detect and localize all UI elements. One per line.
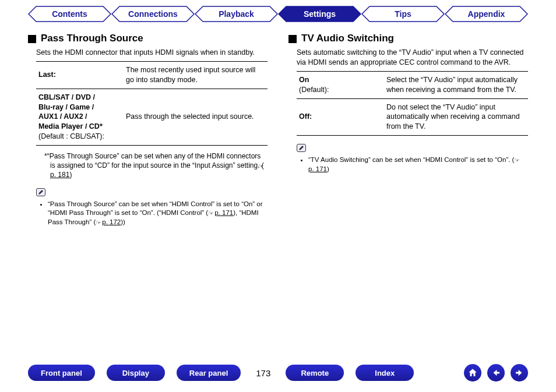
option-key-sub: (Default): xyxy=(299,86,329,94)
option-key: On (Default): xyxy=(297,71,384,98)
hand-pointer-icon: ☞ xyxy=(208,209,214,218)
list-item: “TV Audio Switching” can be set when “HD… xyxy=(308,156,528,174)
footnote-text: “Pass Through Source” can be set when an… xyxy=(47,152,264,169)
square-bullet-icon xyxy=(288,35,297,43)
table-row: CBL/SAT / DVD / Blu-ray / Game / AUX1 / … xyxy=(36,89,268,145)
option-key-text: On xyxy=(299,76,309,84)
section-intro: Sets the HDMI connector that inputs HDMI… xyxy=(36,48,268,58)
bullet-text: “TV Audio Switching” can be set when “HD… xyxy=(308,156,514,163)
button-label: Front panel xyxy=(41,369,82,377)
next-page-button[interactable] xyxy=(511,364,528,382)
page-link[interactable]: p. 172 xyxy=(102,218,121,225)
page-link[interactable]: p. 181 xyxy=(50,171,69,179)
bullet-text: )) xyxy=(121,218,125,225)
home-button[interactable] xyxy=(464,364,481,382)
button-label: Display xyxy=(122,369,149,377)
tab-playback[interactable]: Playback xyxy=(195,6,278,22)
options-table-right: On (Default): Select the “TV Audio” inpu… xyxy=(297,71,528,136)
tab-label: Connections xyxy=(128,9,178,19)
note-icon xyxy=(297,144,306,152)
front-panel-button[interactable]: Front panel xyxy=(28,365,95,381)
button-label: Remote xyxy=(301,369,329,377)
options-table-left: Last: The most recently used input sourc… xyxy=(36,61,268,146)
right-column: TV Audio Switching Sets automatic switch… xyxy=(288,33,528,228)
footnote-text-end: ) xyxy=(69,171,72,179)
section-intro: Sets automatic switching to the “TV Audi… xyxy=(297,48,528,68)
option-key-text: Off: xyxy=(299,112,312,121)
section-title-pass-through: Pass Through Source xyxy=(28,33,268,44)
content-area: Pass Through Source Sets the HDMI connec… xyxy=(0,29,556,228)
tab-label: Settings xyxy=(304,9,336,19)
option-desc: Do not select the “TV Audio” input autom… xyxy=(384,98,528,136)
section-title-text: Pass Through Source xyxy=(41,33,143,44)
hand-pointer-icon: ☞ xyxy=(96,218,101,227)
tab-label: Contents xyxy=(52,9,87,19)
option-desc: The most recently used input source will… xyxy=(124,61,268,89)
tab-appendix[interactable]: Appendix xyxy=(445,6,528,22)
option-key-text: CBL/SAT / DVD / Blu-ray / Game / AUX1 / … xyxy=(38,93,103,131)
note-icon xyxy=(36,188,45,196)
page-link[interactable]: p. 171 xyxy=(308,165,327,172)
square-bullet-icon xyxy=(28,35,36,43)
note-bullets-right: “TV Audio Switching” can be set when “HD… xyxy=(299,156,528,174)
option-desc: Select the “TV Audio” input automaticall… xyxy=(384,71,528,98)
left-column: Pass Through Source Sets the HDMI connec… xyxy=(28,33,268,228)
list-item: “Pass Through Source” can be set when “H… xyxy=(48,200,268,227)
option-key: CBL/SAT / DVD / Blu-ray / Game / AUX1 / … xyxy=(36,89,124,145)
index-button[interactable]: Index xyxy=(356,365,414,381)
footnote-star: *“Pass Through Source” can be set when a… xyxy=(36,151,268,180)
footer-bar: Front panel Display Rear panel 173 Remot… xyxy=(0,364,556,382)
option-key-sub: (Default : CBL/SAT): xyxy=(38,132,104,140)
tab-tips[interactable]: Tips xyxy=(361,6,445,22)
tab-label: Tips xyxy=(395,9,411,19)
section-title-text: TV Audio Switching xyxy=(301,33,394,44)
section-title-tv-audio: TV Audio Switching xyxy=(288,33,528,44)
rear-panel-button[interactable]: Rear panel xyxy=(177,365,241,381)
option-key-text: Last: xyxy=(38,70,56,79)
tab-settings[interactable]: Settings xyxy=(278,6,361,22)
tab-connections[interactable]: Connections xyxy=(111,6,195,22)
bullet-text: ) xyxy=(327,165,329,172)
hand-pointer-icon: ☞ xyxy=(514,156,520,165)
option-key: Last: xyxy=(36,61,124,89)
table-row: Last: The most recently used input sourc… xyxy=(36,61,268,89)
display-button[interactable]: Display xyxy=(107,365,165,381)
table-row: Off: Do not select the “TV Audio” input … xyxy=(297,98,528,136)
note-bullets-left: “Pass Through Source” can be set when “H… xyxy=(38,200,268,227)
option-desc: Pass through the selected input source. xyxy=(124,89,268,145)
tab-label: Appendix xyxy=(468,9,505,19)
page-link[interactable]: p. 171 xyxy=(214,209,233,216)
tab-contents[interactable]: Contents xyxy=(28,6,111,22)
tab-label: Playback xyxy=(219,9,254,19)
top-tabbar: Contents Connections Playback Settings T… xyxy=(0,0,556,29)
table-row: On (Default): Select the “TV Audio” inpu… xyxy=(297,71,528,98)
page-number: 173 xyxy=(256,368,270,378)
button-label: Rear panel xyxy=(189,369,228,377)
prev-page-button[interactable] xyxy=(487,364,505,382)
remote-button[interactable]: Remote xyxy=(286,365,344,381)
option-key: Off: xyxy=(297,98,384,136)
nav-icon-group xyxy=(464,364,528,382)
button-label: Index xyxy=(375,369,395,377)
